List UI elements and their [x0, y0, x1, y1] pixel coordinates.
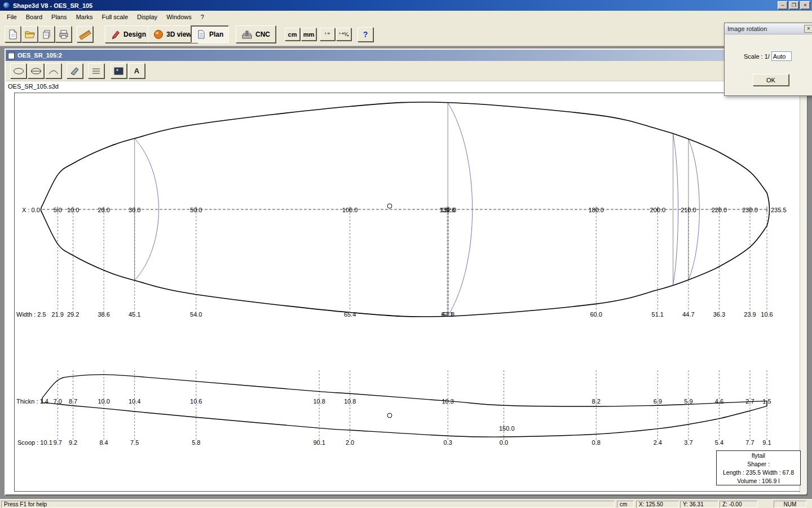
window-title: Shape3d V8 - OES_SR_105	[13, 2, 776, 9]
menu-item-marks[interactable]: Marks	[72, 12, 98, 22]
status-y-coordinate: Y: 36.31	[680, 501, 718, 508]
menu-item-windows[interactable]: Windows	[162, 12, 196, 22]
file-name-label: OES_SR_105.s3d	[7, 83, 60, 90]
menubar: FileBoardPlansMarksFull scaleDisplayWind…	[0, 11, 812, 23]
child-toolbar: A	[6, 61, 806, 81]
menu-item-display[interactable]: Display	[133, 12, 162, 22]
text-tool[interactable]: A	[129, 63, 145, 78]
status-unit: cm	[617, 501, 634, 508]
child-titlebar[interactable]: OES_SR_105:2	[6, 50, 806, 61]
x-station-label: 20.0	[98, 207, 109, 213]
scoop-station-label: 0.3	[444, 439, 452, 446]
unit-mm-button[interactable]: mm	[301, 28, 316, 41]
x-station-label: 220.0	[712, 207, 727, 213]
dialog-title: Image rotation	[727, 25, 804, 32]
vertical-scrollbar[interactable]	[800, 82, 807, 493]
board-model-name: flytail	[717, 452, 800, 460]
app-window: Shape3d V8 - OES_SR_105 – ❐ × FileBoardP…	[0, 0, 812, 508]
measurements-list-tool[interactable]	[88, 63, 104, 78]
child-window-title: OES_SR_105:2	[17, 52, 62, 59]
view-3d-button[interactable]: 3D view	[148, 25, 197, 43]
menu-item-plans[interactable]: Plans	[47, 12, 72, 22]
design-button[interactable]: Design	[105, 25, 152, 43]
scale-input[interactable]	[771, 51, 792, 61]
ruler-icon	[79, 28, 91, 41]
x-station-label: 10.0	[67, 207, 79, 213]
render-view-tool[interactable]	[111, 63, 127, 78]
scoop-station-label: 0.0	[500, 439, 508, 446]
status-help-text: Press F1 for help	[1, 501, 615, 508]
view-3d-button-label: 3D view	[166, 30, 192, 38]
image-icon	[113, 67, 125, 76]
scoop-station-label: 2.4	[654, 439, 662, 446]
width-station-label: 45.1	[129, 311, 140, 318]
width-station-label: 51.1	[652, 311, 664, 318]
dialog-close-icon[interactable]: ×	[804, 25, 812, 33]
scoop-station-label: 5.4	[715, 439, 723, 446]
unit-cm-button[interactable]: cm	[285, 28, 300, 41]
cnc-button-label: CNC	[255, 30, 270, 38]
ok-button[interactable]: OK	[753, 74, 789, 86]
menu-item-file[interactable]: File	[2, 12, 21, 22]
plan-button[interactable]: Plan	[191, 25, 229, 43]
x-station-label: 180.0	[588, 207, 604, 213]
menu-item-board[interactable]: Board	[21, 12, 47, 22]
print-button[interactable]	[55, 26, 72, 42]
x-station-label: 210.0	[681, 207, 696, 213]
scoop-station-label: 5.8	[192, 439, 200, 446]
minimize-button[interactable]: –	[778, 1, 788, 10]
file-icon	[7, 29, 19, 40]
thickness-station-label: 10.6	[190, 398, 202, 405]
save-button[interactable]	[38, 26, 55, 42]
open-folder-icon	[24, 29, 36, 40]
letter-a-icon: A	[134, 67, 139, 75]
menu-item-full-scale[interactable]: Full scale	[98, 12, 133, 22]
thickness-station-label: 10.4	[129, 398, 140, 405]
pencil-icon	[111, 29, 121, 40]
board-outline-icon	[13, 67, 24, 76]
maximize-button[interactable]: ❐	[789, 1, 799, 10]
scoop-station-label: 0.8	[592, 439, 601, 446]
cnc-button[interactable]: CNC	[236, 25, 276, 43]
open-button[interactable]	[21, 26, 38, 42]
x-row-label: X : 0.0	[22, 207, 40, 213]
board-drawing[interactable]: X : 0.05.010.020.030.050.0100.0131.6132.…	[14, 93, 801, 492]
thickness-station-label: 10.8	[344, 398, 356, 405]
drawing-border	[15, 93, 801, 492]
scoop-station-label: 90.1	[313, 439, 325, 446]
slice-edit-tool[interactable]	[67, 63, 83, 78]
print-icon	[58, 29, 69, 40]
design-button-label: Design	[123, 30, 146, 38]
profile-center-marker	[387, 413, 392, 418]
width-station-label: 54.0	[190, 311, 202, 318]
status-x-coordinate: X: 125.50	[636, 501, 679, 508]
width-station-label: 67.8	[443, 311, 454, 318]
dialog-titlebar[interactable]: Image rotation ×	[725, 23, 812, 34]
document-icon	[8, 52, 15, 59]
profile-view-tool[interactable]	[45, 63, 61, 78]
unit-inches-button[interactable]: ’ ’’	[320, 28, 335, 41]
file-button[interactable]	[5, 26, 21, 42]
width-station-label: 10.6	[761, 311, 773, 318]
width-station-label: 38.6	[98, 311, 109, 318]
measure-button[interactable]	[77, 26, 93, 42]
help-button[interactable]: ?	[358, 27, 373, 42]
x-station-label: 230.0	[742, 207, 758, 213]
outline-view-tool[interactable]	[10, 63, 27, 78]
unit-fraction-button[interactable]: ’ ’’¼	[336, 28, 351, 41]
dimensions-view-tool[interactable]	[28, 63, 44, 78]
thickness-station-label: 8.7	[69, 398, 77, 405]
menu-item-help[interactable]: ?	[196, 12, 209, 22]
width-station-label: 60.0	[590, 311, 602, 318]
status-num-lock: NUM	[774, 501, 806, 508]
scoop-station-label: 7.7	[745, 439, 754, 446]
x-station-label: 132.0	[441, 207, 457, 213]
thickness-station-label: 2.7	[745, 398, 754, 405]
x-station-label: 235.5	[771, 207, 787, 213]
x-station-label: 50.0	[190, 207, 202, 213]
scoop-station-label: 2.0	[346, 439, 354, 446]
close-button[interactable]: ×	[800, 1, 810, 10]
mid-station-label: 150.0	[499, 425, 515, 432]
titlebar: Shape3d V8 - OES_SR_105 – ❐ ×	[0, 0, 812, 11]
thickness-station-label: 10.0	[98, 398, 109, 405]
